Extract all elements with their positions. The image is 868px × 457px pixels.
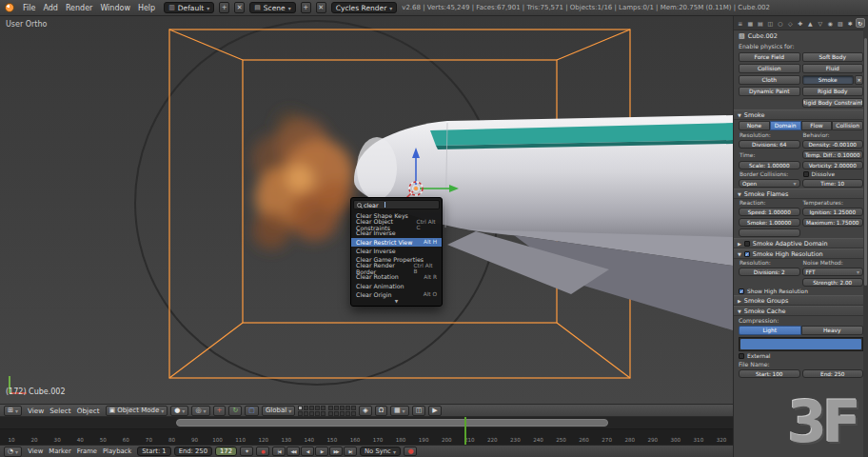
blender-logo-icon[interactable] — [5, 3, 14, 12]
show-high-resolution-row[interactable]: ✓ Show High Resolution — [734, 288, 868, 295]
panel-header-adaptive-domain[interactable]: ▶ Smoke Adaptive Domain — [734, 238, 868, 248]
main-menu-item[interactable]: File — [19, 4, 39, 12]
add-scene-button[interactable]: + — [301, 2, 311, 13]
view3d-menu-item[interactable]: View — [25, 407, 47, 415]
smoke-type-none[interactable]: None — [739, 121, 770, 130]
transport-button[interactable]: ▶▶ — [329, 447, 343, 456]
transport-button[interactable]: ◀◀ — [286, 447, 300, 456]
popup-menu-item[interactable]: Clear Animation — [351, 282, 442, 290]
timeline-scrollbar[interactable] — [0, 417, 733, 429]
tab-constraints-icon[interactable]: ✚ — [796, 18, 805, 28]
properties-scrollbar-handle[interactable] — [864, 38, 867, 286]
flame-maximum-slider[interactable]: Maximum: 1.75000 — [802, 218, 864, 227]
add-layout-button[interactable]: + — [219, 2, 229, 13]
breadcrumb-object-name[interactable]: Cube.002 — [748, 32, 778, 40]
fluid-button[interactable]: Fluid — [802, 64, 864, 73]
point-cache-selected-row[interactable] — [740, 339, 861, 349]
compression-light-button[interactable]: Light — [739, 326, 801, 335]
cloth-button[interactable]: Cloth — [739, 75, 800, 85]
lock-button[interactable]: ◈ — [359, 406, 371, 416]
panel-header-smoke-flames[interactable]: ▼ Smoke Flames — [734, 189, 868, 199]
keying-set-button[interactable]: ✦ — [240, 447, 253, 456]
smoke-type-domain[interactable]: Domain — [770, 121, 801, 130]
manipulator-translate-button[interactable]: + — [213, 406, 227, 416]
popup-search-input[interactable] — [364, 202, 383, 209]
panel-header-smoke[interactable]: ▼ Smoke — [734, 109, 868, 120]
rigid-body-constraint-button[interactable]: Rigid Body Constraint — [802, 98, 864, 108]
tab-scene-icon[interactable]: ◫ — [766, 18, 776, 28]
flame-ignition-slider[interactable]: Ignition: 1.25000 — [802, 208, 864, 216]
flame-speed-slider[interactable]: Speed: 1.00000 — [739, 208, 800, 216]
cache-end-field[interactable]: End: 250 — [802, 369, 864, 378]
current-frame-field[interactable]: 172 — [215, 447, 237, 456]
divisions-slider[interactable]: Divisions: 64 — [739, 140, 800, 149]
transport-button[interactable]: ▶ — [315, 447, 328, 456]
popup-menu-item[interactable]: Clear Restrict View Alt H — [351, 238, 442, 247]
manipulator-scale-button[interactable]: ▢ — [245, 406, 259, 416]
point-cache-list[interactable] — [739, 337, 863, 351]
timeline-area[interactable]: 1020304050607080901001101201301401501601… — [0, 417, 733, 445]
snap-element-selector[interactable]: ▦▾ — [390, 406, 409, 416]
snap-toggle-button[interactable]: Ω — [375, 406, 387, 416]
rigid-body-button[interactable]: Rigid Body — [802, 87, 864, 96]
transport-button[interactable]: ◀ — [301, 447, 314, 456]
record-button[interactable]: ● — [404, 447, 417, 456]
flame-vorticity-slider[interactable] — [739, 228, 800, 237]
popup-menu-item[interactable]: Clear Render Border Ctrl Alt B — [351, 264, 442, 272]
screen-layout-selector[interactable]: ▥ Default ▾ — [164, 2, 214, 13]
view3d-menu-item[interactable]: Select — [47, 407, 74, 415]
cache-start-field[interactable]: Start: 100 — [739, 369, 800, 378]
smoke-type-collision[interactable]: Collision — [832, 121, 863, 130]
remove-layout-button[interactable]: ✕ — [234, 2, 245, 13]
opengl-render-image-button[interactable]: ◫ — [412, 406, 426, 416]
frame-start-field[interactable]: Start: 1 — [137, 447, 170, 456]
border-collisions-dropdown[interactable]: Open ▾ — [739, 179, 800, 188]
dissolve-checkbox[interactable] — [803, 171, 809, 177]
adaptive-domain-checkbox[interactable] — [744, 241, 750, 247]
strength-slider[interactable]: Strength: 2.00 — [802, 278, 864, 287]
transport-button[interactable]: |◀ — [272, 447, 286, 456]
properties-editor-type-button[interactable]: ≡ — [736, 18, 745, 28]
popup-menu-item[interactable]: Clear Origin Alt O — [351, 290, 442, 299]
popup-menu-item[interactable]: Clear Rotation Alt R — [351, 272, 442, 281]
layers-widget[interactable] — [298, 406, 356, 416]
external-checkbox[interactable] — [739, 353, 744, 359]
external-cache-row[interactable]: External — [734, 352, 868, 360]
dissolve-time-slider[interactable]: Time: 10 — [802, 179, 864, 188]
manipulator-rotate-button[interactable]: ↻ — [228, 406, 242, 416]
popup-search-box[interactable] — [353, 200, 440, 209]
frame-end-field[interactable]: End: 250 — [174, 447, 212, 456]
panel-header-smoke-groups[interactable]: ▶ Smoke Groups — [734, 295, 868, 306]
mode-selector[interactable]: ▣ Object Mode ▾ — [106, 406, 168, 416]
tab-texture-icon[interactable]: ▨ — [836, 18, 845, 28]
panel-header-high-resolution[interactable]: ▼ ✓ Smoke High Resolution — [734, 248, 868, 259]
render-engine-selector[interactable]: Cycles Render ▾ — [331, 2, 398, 13]
shading-selector[interactable]: ●▾ — [170, 406, 188, 416]
popup-menu-item[interactable]: Clear Inverse — [351, 247, 442, 255]
hr-divisions-slider[interactable]: Divisions: 2 — [739, 268, 800, 276]
timeline-menu-item[interactable]: Frame — [74, 447, 100, 455]
density-slider[interactable]: Density: -0.00100 — [802, 140, 864, 149]
current-frame-marker[interactable] — [464, 417, 466, 445]
collision-button[interactable]: Collision — [739, 64, 800, 73]
tab-render-layers-icon[interactable]: ▤ — [756, 18, 765, 28]
tab-particles-icon[interactable]: ✱ — [846, 18, 856, 28]
remove-scene-button[interactable]: ✕ — [316, 2, 326, 13]
high-resolution-checkbox[interactable]: ✓ — [744, 251, 750, 257]
timeline-menu-item[interactable]: View — [25, 447, 46, 455]
popup-menu-item[interactable]: Clear Object Constraints Ctrl Alt C — [351, 220, 442, 228]
orientation-selector[interactable]: Global ▾ — [262, 406, 295, 416]
editor-type-button[interactable]: ⊞▾ — [4, 406, 22, 416]
main-menu-item[interactable]: Add — [39, 4, 62, 12]
timeline-menu-item[interactable]: Playback — [100, 447, 134, 455]
opengl-render-anim-button[interactable]: ▶ — [428, 406, 441, 416]
main-menu-item[interactable]: Help — [134, 4, 159, 12]
tab-render-icon[interactable]: ▦ — [746, 18, 756, 28]
sync-mode-selector[interactable]: No Sync ▾ — [360, 447, 401, 456]
remove-smoke-button[interactable]: ✕ — [855, 75, 863, 85]
timeline-ruler[interactable]: 1020304050607080901001101201301401501601… — [0, 429, 733, 445]
transport-button[interactable]: ▶| — [344, 447, 357, 456]
compression-heavy-button[interactable]: Heavy — [801, 326, 864, 335]
flame-smoke-slider[interactable]: Smoke: 1.00000 — [739, 218, 800, 227]
tab-modifiers-icon[interactable]: ▲ — [806, 18, 816, 28]
